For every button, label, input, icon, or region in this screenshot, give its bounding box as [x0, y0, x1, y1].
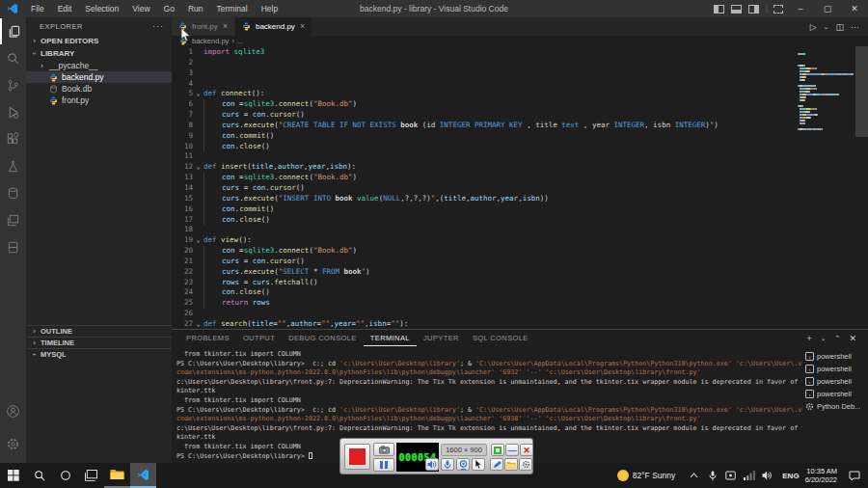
explorer-more-icon[interactable]: ···: [152, 21, 164, 31]
file-__pycache__[interactable]: ›__pycache__: [26, 60, 172, 71]
customize-layout-icon[interactable]: [773, 5, 783, 14]
fold-chevron-icon[interactable]: ⌄: [193, 162, 203, 173]
breadcrumb[interactable]: backend.py › ...: [172, 36, 868, 46]
toggle-secondary-sidebar-icon[interactable]: [748, 5, 759, 14]
menu-edit[interactable]: Edit: [51, 0, 79, 17]
close-panel-icon[interactable]: ✕: [849, 334, 856, 343]
cursor-capture-button[interactable]: [472, 458, 485, 471]
recorder-close-button[interactable]: ✕: [520, 444, 533, 456]
terminal-instance[interactable]: ›powershell: [802, 388, 868, 400]
section-mysql[interactable]: ›MYSQL: [26, 348, 172, 360]
weather-widget[interactable]: 82°F Sunny: [617, 470, 686, 481]
activity-database-icon[interactable]: [0, 180, 26, 206]
code-editor[interactable]: 1import sqlite32345⌄def connect():6 con …: [172, 46, 868, 329]
toggle-panel-icon[interactable]: [731, 5, 742, 14]
toggle-sidebar-icon[interactable]: [714, 5, 724, 14]
activity-extensions-icon[interactable]: [0, 126, 26, 152]
section-timeline[interactable]: ›TIMELINE: [26, 337, 172, 348]
tray-expand-icon[interactable]: [688, 463, 700, 488]
terminal-instance[interactable]: ›powershell: [802, 363, 868, 375]
fold-chevron-icon[interactable]: ⌄: [193, 319, 203, 329]
run-dropdown-icon[interactable]: ⌄: [824, 23, 829, 31]
action-center-icon[interactable]: [845, 463, 864, 488]
activity-explorer-icon[interactable]: [0, 18, 26, 44]
file-backend.py[interactable]: backend.py: [26, 71, 172, 83]
activity-source-control-icon[interactable]: [0, 72, 26, 98]
file-explorer-icon[interactable]: [104, 463, 130, 488]
terminal-dropdown-icon[interactable]: ⌄: [821, 335, 827, 342]
cortana-icon[interactable]: [52, 463, 78, 488]
panel-tab-output[interactable]: OUTPUT: [236, 330, 282, 346]
maximize-button[interactable]: ▢: [814, 0, 841, 17]
file-front.py[interactable]: front.py: [26, 95, 172, 106]
section-outline[interactable]: ›OUTLINE: [26, 325, 172, 337]
panel-tab-terminal[interactable]: TERMINAL: [364, 330, 417, 346]
activity-notebook-icon[interactable]: [0, 234, 26, 260]
menu-view[interactable]: View: [125, 0, 156, 17]
panel-tab-problems[interactable]: PROBLEMS: [179, 330, 236, 346]
menu-run[interactable]: Run: [181, 0, 210, 17]
file-Book.db[interactable]: Book.db: [26, 83, 172, 95]
panel-tab-sql-console[interactable]: SQL CONSOLE: [466, 330, 535, 346]
run-button[interactable]: ▷: [810, 22, 817, 32]
menu-terminal[interactable]: Terminal: [210, 0, 255, 17]
activity-account-icon[interactable]: [0, 398, 26, 424]
tab-close-icon[interactable]: ×: [223, 22, 228, 31]
taskbar-vscode-icon[interactable]: [130, 463, 156, 488]
pause-recording-button[interactable]: [373, 458, 394, 472]
fold-chevron-icon[interactable]: ⌄: [193, 89, 203, 99]
database-file-icon: [49, 84, 59, 94]
terminal-instance[interactable]: Python Deb...: [802, 400, 868, 413]
terminal-instance-label: powershell: [817, 365, 852, 373]
close-button[interactable]: ✕: [841, 0, 868, 17]
minimap[interactable]: [798, 53, 854, 131]
tray-microphone-icon[interactable]: [706, 463, 719, 488]
fold-chevron-icon[interactable]: ⌄: [193, 235, 203, 246]
breadcrumb-file[interactable]: backend.py: [192, 37, 229, 45]
activity-tests-icon[interactable]: [0, 153, 26, 179]
tab-close-icon[interactable]: ×: [300, 22, 305, 31]
new-terminal-icon[interactable]: +: [806, 334, 811, 343]
library-folder[interactable]: › LIBRARY: [26, 47, 172, 60]
open-editors-section[interactable]: › OPEN EDITORS: [26, 35, 172, 47]
split-editor-icon[interactable]: ◫: [835, 22, 844, 32]
open-folder-button[interactable]: [504, 458, 518, 471]
tray-remote-icon[interactable]: [724, 463, 737, 488]
screenshot-camera-button[interactable]: [373, 443, 394, 456]
microphone-toggle-icon[interactable]: [441, 458, 454, 471]
tray-volume-icon[interactable]: [761, 463, 773, 488]
menu-file[interactable]: File: [24, 0, 51, 17]
file-tree: ›__pycache__backend.pyBook.dbfront.py: [26, 60, 172, 106]
menu-go[interactable]: Go: [157, 0, 181, 17]
panel-tab-jupyter[interactable]: JUPYTER: [417, 330, 466, 346]
breadcrumb-more[interactable]: ...: [237, 37, 243, 45]
select-region-button[interactable]: [491, 444, 504, 456]
minimize-button[interactable]: –: [787, 0, 814, 17]
editor-scrollbar[interactable]: [855, 46, 868, 137]
activity-run-debug-icon[interactable]: [0, 99, 26, 125]
webcam-toggle-icon[interactable]: [456, 458, 470, 471]
terminal-line: kinter.ttk: [176, 387, 802, 396]
language-indicator[interactable]: ENG: [782, 472, 799, 480]
maximize-panel-icon[interactable]: ⌃: [835, 335, 841, 342]
recorder-minimize-button[interactable]: —: [505, 444, 519, 456]
activity-windows-icon[interactable]: [0, 207, 26, 233]
recorder-settings-icon[interactable]: [519, 458, 532, 471]
panel-tab-debug-console[interactable]: DEBUG CONSOLE: [282, 330, 364, 346]
speaker-toggle-icon[interactable]: [425, 458, 439, 471]
menu-help[interactable]: Help: [255, 0, 285, 17]
more-actions-icon[interactable]: ···: [851, 22, 859, 32]
draw-pencil-button[interactable]: [490, 458, 503, 471]
activity-settings-icon[interactable]: [0, 431, 26, 457]
tab-backend.py[interactable]: backend.py×: [235, 17, 312, 36]
task-view-icon[interactable]: [78, 463, 104, 488]
activity-search-icon[interactable]: [0, 45, 26, 71]
start-button[interactable]: [0, 463, 26, 488]
tray-network-icon[interactable]: [743, 463, 755, 488]
stop-recording-button[interactable]: [344, 444, 370, 470]
taskbar-clock[interactable]: 10:35 AM 6/20/2022: [805, 467, 837, 484]
terminal-instance[interactable]: ›powershell: [802, 375, 868, 388]
menu-selection[interactable]: Selection: [78, 0, 125, 17]
taskbar-search-icon[interactable]: [26, 463, 52, 488]
terminal-instance[interactable]: ›powershell: [802, 350, 868, 363]
